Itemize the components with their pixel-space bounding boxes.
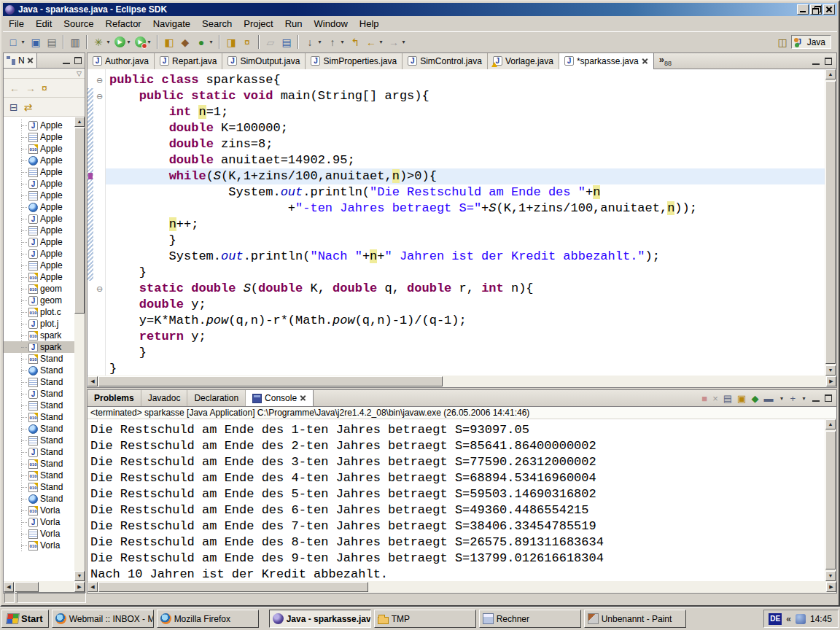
scroll-up-icon[interactable]: ▲ xyxy=(825,69,836,79)
tree-item-apple[interactable]: JApple xyxy=(4,236,74,248)
close-button[interactable] xyxy=(823,4,835,15)
view-maximize-button[interactable] xyxy=(73,56,83,65)
editor-tab-simcontrol-java[interactable]: JSimControl.java xyxy=(402,53,488,69)
dropdown-arrow-icon[interactable]: ▾ xyxy=(778,395,785,402)
last-edit-location-button[interactable]: ↰ xyxy=(347,34,363,50)
tree-item-apple[interactable]: Apple xyxy=(4,260,74,271)
menu-run[interactable]: Run xyxy=(279,17,308,31)
tree-item-stand[interactable]: Stand xyxy=(4,400,74,411)
fold-collapse-icon[interactable]: ⊖ xyxy=(94,72,105,88)
tree-item-stand[interactable]: Stand xyxy=(4,435,74,446)
editor-tab-vorlage-java[interactable]: JVorlage.java xyxy=(488,53,559,69)
taskbar-button-mozilla-firefox[interactable]: Mozilla Firefox xyxy=(157,610,259,628)
scrollbar-thumb[interactable] xyxy=(98,376,443,386)
console-tab-console[interactable]: Console xyxy=(246,390,314,406)
restore-button[interactable] xyxy=(810,4,822,15)
scroll-up-icon[interactable]: ▲ xyxy=(74,117,85,127)
editor-tab-simoutput-java[interactable]: JSimOutput.java xyxy=(222,53,306,69)
tree-item-stand[interactable]: 010Stand xyxy=(4,411,74,423)
tree-item-stand[interactable]: Stand xyxy=(4,493,74,505)
tree-item-spark[interactable]: Jspark xyxy=(4,341,74,353)
scroll-lock-button[interactable]: ▣ xyxy=(737,393,746,404)
fold-collapse-icon[interactable]: ⊖ xyxy=(94,281,105,297)
tree-item-apple[interactable]: JApple xyxy=(4,178,74,190)
dropdown-arrow-icon[interactable]: ▾ xyxy=(125,39,132,45)
tree-item-vorla[interactable]: Vorla xyxy=(4,528,74,540)
link-with-editor-button[interactable]: ⇄ xyxy=(24,101,33,113)
debug-button[interactable]: ✳▾ xyxy=(90,34,113,50)
menu-navigate[interactable]: Navigate xyxy=(147,17,196,31)
scrollbar-thumb[interactable] xyxy=(74,128,85,314)
tray-app-icon[interactable] xyxy=(796,614,806,624)
tree-item-apple[interactable]: Apple xyxy=(4,155,74,166)
nav-back-button[interactable]: ← xyxy=(9,82,20,94)
run-button[interactable]: ▶▾ xyxy=(113,34,133,50)
new-package-button[interactable]: ◆ xyxy=(177,34,193,50)
tree-item-stand[interactable]: 010Stand xyxy=(4,458,74,470)
navigator-tab[interactable]: N xyxy=(4,53,37,68)
tree-item-plot-j[interactable]: Jplot.j xyxy=(4,318,74,330)
editor-tab--sparkasse-java[interactable]: J*sparkasse.java xyxy=(559,53,654,69)
editor-tab-simproperties-java[interactable]: JSimProperties.java xyxy=(306,53,402,69)
view-minimize-button[interactable] xyxy=(811,394,821,402)
menu-edit[interactable]: Edit xyxy=(30,17,58,31)
scroll-down-icon[interactable]: ▼ xyxy=(825,571,836,581)
next-annotation-button[interactable]: ↓▾ xyxy=(302,34,324,50)
scroll-down-icon[interactable]: ▼ xyxy=(825,365,836,376)
pin-console-button[interactable]: ◆ xyxy=(751,393,758,404)
tab-close-icon[interactable] xyxy=(642,58,648,64)
dropdown-arrow-icon[interactable]: ▾ xyxy=(378,39,384,45)
nav-up-button[interactable]: ¤ xyxy=(42,82,47,94)
tree-item-apple[interactable]: JApple xyxy=(4,248,74,260)
tree-item-apple[interactable]: Apple xyxy=(4,166,74,178)
terminate-button[interactable]: ■ xyxy=(701,393,707,404)
minimize-button[interactable] xyxy=(797,4,809,15)
dropdown-arrow-icon[interactable]: ▾ xyxy=(316,39,323,45)
tree-item-vorla[interactable]: JVorla xyxy=(4,516,74,528)
view-maximize-button[interactable] xyxy=(823,57,833,66)
run-external-tools-button[interactable]: ▶▾ xyxy=(133,34,154,50)
console-tab-problems[interactable]: Problems xyxy=(88,390,141,406)
tree-item-stand[interactable]: 010Stand xyxy=(4,481,74,493)
tree-item-apple[interactable]: Apple xyxy=(4,225,74,236)
tray-expand-icon[interactable]: « xyxy=(786,614,791,624)
editor-vertical-scrollbar[interactable]: ▲ ▼ xyxy=(825,69,836,376)
back-button[interactable]: ←▾ xyxy=(363,34,386,50)
editor-horizontal-scrollbar[interactable]: ◀ ▶ xyxy=(88,376,836,387)
tree-item-plot-c[interactable]: 010plot.c xyxy=(4,306,74,318)
tree-item-stand[interactable]: Stand xyxy=(4,365,74,376)
new-class-button[interactable]: ●▾ xyxy=(193,34,216,50)
menu-source[interactable]: Source xyxy=(58,17,99,31)
previous-annotation-button[interactable]: ↑▾ xyxy=(324,34,347,50)
annotation-ruler[interactable] xyxy=(88,69,94,376)
tree-item-stand[interactable]: Stand xyxy=(4,423,74,435)
tree-item-geom[interactable]: Jgeom xyxy=(4,295,74,306)
show-source-button[interactable]: ▤ xyxy=(279,34,295,50)
tree-item-stand[interactable]: 010Stand xyxy=(4,353,74,365)
new-wizard-button[interactable]: □▾ xyxy=(5,34,28,50)
dropdown-arrow-icon[interactable]: ▾ xyxy=(208,39,214,45)
tree-item-apple[interactable]: JApple xyxy=(4,120,74,131)
dropdown-arrow-icon[interactable]: ▾ xyxy=(20,39,26,45)
scrollbar-thumb[interactable] xyxy=(825,431,836,569)
view-menu-icon[interactable]: ▽ xyxy=(77,70,82,77)
collapse-all-button[interactable]: ⊟ xyxy=(9,101,18,113)
scroll-down-icon[interactable]: ▼ xyxy=(74,571,85,581)
scroll-right-icon[interactable]: ▶ xyxy=(826,376,836,386)
tab-close-icon[interactable] xyxy=(300,395,306,402)
editor-tab-repart-java[interactable]: JRepart.java xyxy=(155,53,222,69)
taskbar-button-java-sparkasse-jav-[interactable]: Java - sparkasse.jav... xyxy=(269,610,371,628)
tree-item-vorla[interactable]: 010Vorla xyxy=(4,540,74,551)
tree-item-stand[interactable]: Stand xyxy=(4,376,74,388)
editor-tab-author-java[interactable]: JAuthor.java xyxy=(88,53,155,69)
console-tab-javadoc[interactable]: Javadoc xyxy=(141,390,188,406)
dropdown-arrow-icon[interactable]: ▾ xyxy=(105,39,112,45)
view-minimize-button[interactable] xyxy=(811,57,821,66)
view-minimize-button[interactable] xyxy=(61,56,71,65)
taskbar-button-tmp[interactable]: TMP xyxy=(374,610,476,628)
console-vertical-scrollbar[interactable]: ▲ ▼ xyxy=(825,419,836,581)
binary-class-file-button[interactable]: ▥ xyxy=(67,34,83,50)
menu-search[interactable]: Search xyxy=(196,17,238,31)
taskbar-button-unbenannt-paint[interactable]: Unbenannt - Paint xyxy=(584,610,686,628)
open-console-button[interactable]: + xyxy=(790,393,796,404)
